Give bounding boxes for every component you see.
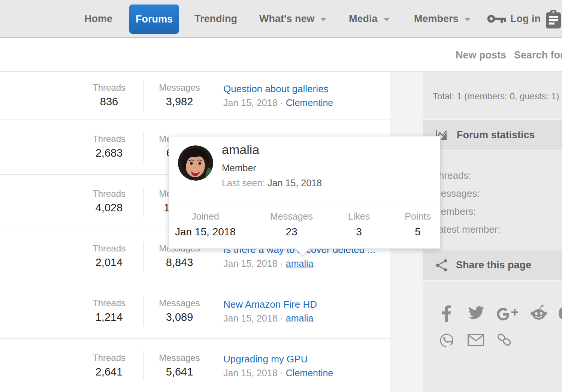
share-header: Share this page (423, 250, 562, 281)
threads-label: Threads (75, 243, 143, 254)
login-label: Log in (510, 13, 541, 25)
post-date: Jan 15, 2018 (223, 258, 278, 269)
meta-separator: · (280, 313, 283, 323)
post-date: Jan 15, 2018 (223, 97, 278, 108)
author-link[interactable]: amalia (286, 313, 314, 323)
threads-value: 836 (75, 93, 143, 110)
nav-forums[interactable]: Forums (129, 4, 179, 34)
threads-label: Threads (75, 188, 143, 199)
member-card-popup: amalia Member Last seen: Jan 15, 2018 Jo… (169, 136, 440, 249)
last-seen-label: Last seen: (222, 178, 265, 188)
threads-stat: Threads 4,028 (75, 188, 143, 216)
author-link-hovered[interactable]: amalia (286, 258, 314, 269)
new-posts-label: New posts (456, 49, 506, 61)
messages-value: 5,641 (144, 364, 215, 380)
chevron-down-icon (320, 18, 326, 21)
member-role: Member (222, 163, 256, 174)
forum-statistics-header: Forum statistics (423, 120, 562, 151)
clipped-share-icon[interactable] (558, 306, 562, 320)
member-stat-messages: Messages 23 (270, 210, 313, 241)
login-button[interactable]: Log in (487, 0, 541, 37)
author-link[interactable]: Clementine (286, 97, 333, 108)
nav-whats-new-label: What's new (259, 13, 314, 25)
nav-media-label: Media (349, 13, 378, 25)
chevron-down-icon (465, 18, 471, 21)
email-icon[interactable] (468, 334, 484, 346)
last-seen-value: Jan 15, 2018 (268, 178, 322, 188)
threads-value: 2,641 (75, 364, 143, 380)
nav-forums-label: Forums (136, 13, 173, 25)
new-posts-link[interactable]: New posts (456, 39, 506, 72)
share-title: Share this page (456, 259, 531, 271)
avatar[interactable] (178, 145, 213, 181)
stat-label: Messages (270, 210, 313, 223)
stat-label: Likes (348, 210, 370, 223)
chevron-down-icon (384, 18, 390, 21)
post-date: Jan 15, 2018 (223, 368, 278, 378)
nav-whats-new[interactable]: What's new (259, 0, 326, 37)
key-icon (487, 13, 507, 24)
forum-statistics-title: Forum statistics (457, 129, 535, 141)
top-navigation: Home Forums Trending What's new Media Me… (0, 0, 562, 38)
latest-post: Question about galleries Jan 15, 2018 · … (223, 82, 333, 110)
stat-value: Jan 15, 2018 (175, 223, 236, 241)
nav-trending[interactable]: Trending (194, 0, 237, 37)
stat-label: Points (405, 210, 430, 223)
stat-threads-label: Threads: (433, 166, 501, 184)
threads-stat: Threads 1,214 (75, 298, 143, 325)
nav-media[interactable]: Media (349, 0, 390, 37)
messages-stat: Messages 3,089 (144, 298, 215, 325)
stat-value: 23 (270, 223, 313, 241)
stat-latest-member-label: Latest member: (433, 220, 501, 238)
messages-label: Messages (144, 298, 215, 309)
reddit-icon[interactable] (531, 305, 547, 320)
messages-stat: Messages 5,641 (144, 352, 215, 380)
twitter-icon[interactable] (468, 306, 484, 320)
threads-stat: Threads 2,014 (75, 243, 143, 271)
threads-value: 2,014 (75, 254, 143, 271)
stat-label: Joined (175, 210, 236, 223)
threads-label: Threads (75, 352, 143, 364)
forum-page: Home Forums Trending What's new Media Me… (0, 0, 562, 392)
share-icon (436, 259, 448, 272)
thread-title-link[interactable]: Upgrading my GPU (223, 352, 333, 366)
threads-label: Threads (75, 133, 143, 145)
member-stat-points: Points 5 (405, 210, 430, 241)
threads-stat: Threads 2,641 (75, 352, 143, 380)
nav-home-label: Home (84, 13, 112, 25)
threads-value: 4,028 (75, 199, 143, 216)
forum-row[interactable]: Threads 2,641 Messages 5,641 Upgrading m… (0, 339, 390, 392)
google-plus-icon[interactable] (496, 307, 519, 321)
sidebar: Total: 1 (members: 0, guests: 1) Forum s… (423, 72, 562, 392)
thread-title-link[interactable]: Question about galleries (223, 82, 333, 96)
messages-label: Messages (144, 82, 215, 93)
search-forums-link[interactable]: Search forums (514, 39, 562, 72)
threads-stat: Threads 2,683 (75, 133, 143, 161)
threads-value: 1,214 (75, 309, 143, 325)
online-total-block: Total: 1 (members: 0, guests: 1) (423, 74, 562, 120)
facebook-icon[interactable] (440, 305, 453, 322)
member-name[interactable]: amalia (222, 142, 259, 157)
whatsapp-icon[interactable] (439, 332, 454, 347)
nav-members[interactable]: Members (414, 0, 471, 37)
forum-row[interactable]: Threads 1,214 Messages 3,089 New Amazon … (0, 284, 390, 339)
nav-trending-label: Trending (194, 13, 237, 25)
messages-label: Messages (144, 352, 215, 364)
popup-divider (169, 202, 440, 202)
latest-post: Upgrading my GPU Jan 15, 2018 · Clementi… (223, 352, 333, 380)
forum-row[interactable]: Threads 836 Messages 3,982 Question abou… (0, 72, 390, 120)
threads-stat: Threads 836 (75, 82, 143, 110)
author-link[interactable]: Clementine (286, 368, 333, 378)
member-stat-joined: Joined Jan 15, 2018 (175, 210, 236, 241)
messages-stat: Messages 3,982 (144, 82, 215, 110)
nav-home[interactable]: Home (84, 0, 112, 37)
member-last-seen: Last seen: Jan 15, 2018 (222, 178, 322, 189)
clipboard-icon[interactable] (546, 10, 561, 28)
link-icon[interactable] (496, 332, 512, 347)
thread-title-link[interactable]: New Amazon Fire HD (223, 298, 317, 311)
meta-separator: · (280, 258, 283, 269)
messages-value: 3,982 (144, 93, 215, 110)
stat-value: 5 (405, 223, 430, 241)
online-total-text: Total: 1 (members: 0, guests: 1) (433, 91, 559, 102)
threads-label: Threads (75, 82, 143, 93)
